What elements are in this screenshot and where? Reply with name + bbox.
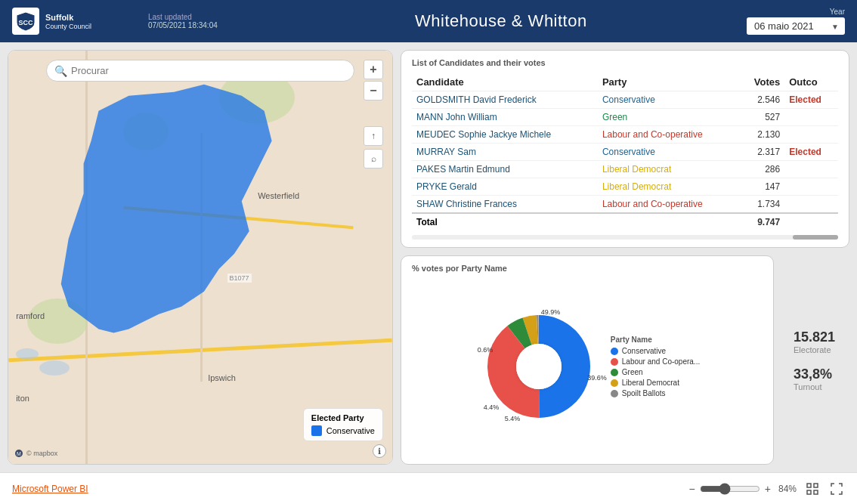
- zoom-plus-button[interactable]: +: [765, 483, 771, 495]
- legend-item-3: Liberal Democrat: [611, 379, 700, 387]
- candidate-name: MANN John William: [412, 109, 598, 126]
- zoom-percentage: 84%: [778, 484, 797, 494]
- col-outcome: Outco: [784, 73, 838, 91]
- zoom-slider-area: − +: [689, 483, 771, 495]
- candidate-name: SHAW Christine Frances: [412, 196, 598, 214]
- org-name: Suffolk: [45, 12, 91, 23]
- electorate-stat: 15.821 Electorate: [794, 329, 837, 354]
- map-legend: Elected Party Conservative: [303, 408, 383, 441]
- map-label-iton: iton: [16, 394, 29, 403]
- table-scrollbar-thumb[interactable]: [793, 235, 838, 240]
- map-info-button[interactable]: ℹ: [373, 444, 386, 458]
- zoom-slider[interactable]: [700, 483, 760, 495]
- legend-label-0: Conservative: [622, 347, 666, 355]
- svg-marker-1: [61, 85, 272, 333]
- table-row: MEUDEC Sophie Jackye MicheleLabour and C…: [412, 126, 838, 144]
- svg-text:M: M: [17, 451, 21, 456]
- legend-dot-3: [611, 379, 618, 387]
- candidate-outcome: [784, 109, 838, 126]
- candidate-outcome: [784, 126, 838, 144]
- stats-panel: 15.821 Electorate 33,8% Turnout: [781, 255, 849, 465]
- fit-screen-button[interactable]: [804, 481, 821, 497]
- pie-chart: [475, 302, 603, 431]
- pie-label-5: 0.6%: [478, 346, 493, 354]
- svg-rect-8: [807, 490, 811, 494]
- chart-panel: % votes por Party Name 49.9% 39.6% 5.4% …: [401, 255, 774, 465]
- map-label-ramford: ramford: [16, 311, 45, 320]
- map-label-ipswich: Ipswich: [208, 373, 236, 382]
- svg-rect-9: [814, 490, 818, 494]
- candidate-outcome: Elected: [784, 91, 838, 109]
- total-votes: 9.747: [739, 213, 784, 230]
- turnout-value: 33,8%: [794, 366, 837, 382]
- logo-text-block: Suffolk County Council: [45, 12, 91, 30]
- pie-label-3: 5.4%: [505, 415, 521, 422]
- app-footer: Microsoft Power BI − + 84%: [0, 472, 857, 504]
- candidate-party: Labour and Co-operative: [598, 196, 739, 214]
- chart-panel-title: % votes por Party Name: [412, 264, 763, 273]
- candidate-party: Conservative: [598, 91, 739, 109]
- chart-content: 49.9% 39.6% 5.4% 4.4% 0.6% Party Name Co…: [412, 279, 763, 456]
- svg-rect-7: [814, 484, 818, 487]
- zoom-minus-button[interactable]: −: [689, 483, 695, 495]
- candidate-outcome: [784, 196, 838, 214]
- org-sub: County Council: [45, 23, 91, 30]
- legend-label-1: Labour and Co-opera...: [622, 357, 700, 366]
- pie-chart-wrapper: 49.9% 39.6% 5.4% 4.4% 0.6%: [475, 302, 603, 434]
- candidate-party: Liberal Democrat: [598, 161, 739, 178]
- map-label-b1077: B1077: [227, 274, 252, 283]
- legend-item-0: Conservative: [611, 347, 700, 355]
- legend-dot-1: [611, 358, 618, 366]
- table-row: PRYKE GeraldLiberal Democrat147: [412, 178, 838, 196]
- expand-button[interactable]: [828, 481, 845, 497]
- candidate-outcome: Elected: [784, 144, 838, 161]
- mapbox-logo-icon: M: [14, 449, 23, 458]
- map-panel: Ipswich Westerfield ramford iton B1077 🔍…: [8, 50, 393, 465]
- total-label: Total: [412, 213, 739, 230]
- legend-color-conservative: [311, 425, 322, 436]
- col-votes: Votes: [739, 73, 784, 91]
- map-search-bar[interactable]: 🔍: [46, 60, 354, 82]
- col-candidate: Candidate: [412, 73, 598, 91]
- table-row: SHAW Christine FrancesLabour and Co-oper…: [412, 196, 838, 214]
- candidate-name: MURRAY Sam: [412, 144, 598, 161]
- map-magnify-button[interactable]: ⌕: [364, 149, 383, 169]
- candidate-votes: 2.546: [739, 91, 784, 109]
- table-row: PAKES Martin EdmundLiberal Democrat286: [412, 161, 838, 178]
- candidate-name: PAKES Martin Edmund: [412, 161, 598, 178]
- last-updated-label: Last updated: [148, 13, 233, 21]
- turnout-label: Turnout: [794, 382, 837, 391]
- last-updated-value: 07/05/2021 18:34:04: [148, 21, 218, 29]
- powerbi-link[interactable]: Microsoft Power BI: [12, 484, 88, 494]
- candidate-party: Conservative: [598, 144, 739, 161]
- candidate-votes: 2.317: [739, 144, 784, 161]
- year-dropdown-wrap[interactable]: 06 maio 2021: [747, 17, 845, 35]
- app-header: SCC Suffolk County Council Last updated …: [0, 0, 857, 42]
- candidate-votes: 286: [739, 161, 784, 178]
- search-input[interactable]: [71, 65, 345, 76]
- pie-label-1: 49.9%: [541, 308, 561, 316]
- map-attribution: M © mapbox: [14, 449, 57, 458]
- page-title: Whitehouse & Whitton: [255, 11, 747, 31]
- candidate-party: Green: [598, 109, 739, 126]
- pie-label-2: 39.6%: [587, 374, 607, 382]
- ward-polygon: [8, 51, 392, 419]
- candidate-votes: 1.734: [739, 196, 784, 214]
- logo-area: SCC Suffolk County Council: [12, 8, 148, 35]
- legend-dot-0: [611, 348, 618, 355]
- candidates-panel: List of Candidates and their votes Candi…: [401, 50, 849, 248]
- legend-dot-2: [611, 369, 618, 376]
- candidates-table: Candidate Party Votes Outco GOLDSMITH Da…: [412, 73, 838, 230]
- legend-title: Elected Party: [311, 413, 375, 422]
- year-dropdown[interactable]: 06 maio 2021: [747, 17, 845, 35]
- chart-legend-items: ConservativeLabour and Co-opera...GreenL…: [611, 347, 700, 397]
- candidate-name: GOLDSMITH David Frederick: [412, 91, 598, 109]
- electorate-label: Electorate: [794, 345, 837, 354]
- table-scrollbar-track[interactable]: [412, 235, 838, 240]
- legend-item-4: Spoilt Ballots: [611, 389, 700, 397]
- table-row: MANN John WilliamGreen527: [412, 109, 838, 126]
- zoom-in-button[interactable]: +: [364, 60, 383, 79]
- svg-point-5: [516, 344, 562, 389]
- map-north-button[interactable]: ↑: [364, 126, 383, 146]
- zoom-out-button[interactable]: −: [364, 81, 383, 100]
